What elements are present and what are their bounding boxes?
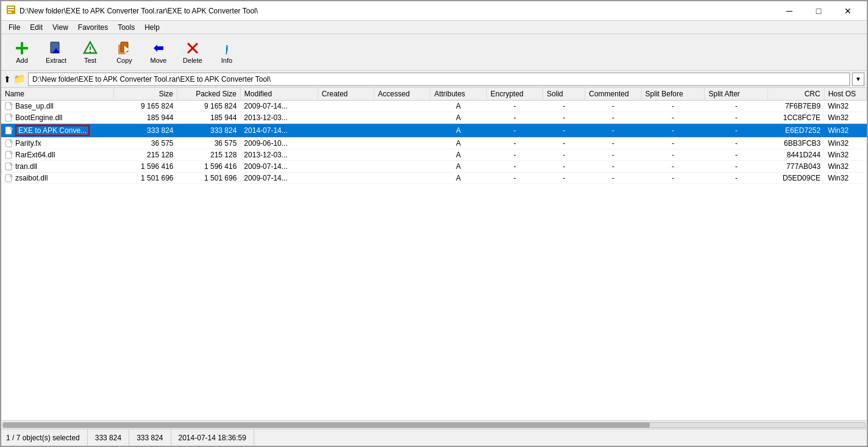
table-cell: [318, 124, 374, 138]
maximize-button[interactable]: □: [805, 1, 833, 21]
copy-label: Copy: [116, 57, 132, 64]
table-cell: 2009-07-14...: [240, 101, 318, 112]
col-modified[interactable]: Modified: [240, 88, 318, 101]
info-toolbar-button[interactable]: iInfo: [211, 37, 243, 68]
col-solid[interactable]: Solid: [543, 88, 585, 101]
filename: Base_up.dll: [15, 102, 54, 110]
table-cell: Win32: [824, 149, 866, 161]
scrollbar-track[interactable]: [2, 422, 866, 428]
table-cell: 185 944: [114, 112, 177, 124]
test-toolbar-button[interactable]: Test: [74, 37, 106, 68]
filename: tran.dll: [15, 162, 37, 171]
table-cell: -: [543, 124, 585, 138]
menu-tools[interactable]: Tools: [113, 22, 140, 33]
delete-icon: [185, 41, 200, 55]
table-cell: 36 575: [114, 138, 177, 149]
col-name[interactable]: Name: [1, 88, 114, 101]
menu-edit[interactable]: Edit: [25, 22, 48, 33]
col-size[interactable]: Size: [114, 88, 177, 101]
table-cell: -: [705, 124, 768, 138]
extract-toolbar-button[interactable]: Extract: [40, 37, 72, 68]
add-label: Add: [16, 57, 28, 64]
menu-file[interactable]: File: [4, 22, 25, 33]
menu-view[interactable]: View: [48, 22, 73, 33]
table-cell: 9 165 824: [114, 101, 177, 112]
up-icon[interactable]: ⬆: [4, 74, 11, 84]
selected-filename: EXE to APK Conve...: [15, 125, 90, 136]
table-cell: 2009-07-14...: [240, 173, 318, 184]
col-crc[interactable]: CRC: [768, 88, 824, 101]
table-cell: -: [641, 173, 705, 184]
table-cell: -: [585, 149, 641, 161]
table-cell: -: [705, 161, 768, 173]
table-cell: 215 128: [177, 149, 241, 161]
table-cell: [374, 138, 430, 149]
table-cell: D5ED09CE: [768, 173, 824, 184]
table-cell: -: [486, 161, 542, 173]
filename: BootEngine.dll: [15, 113, 62, 122]
filename: zsaibot.dll: [15, 174, 48, 182]
table-cell: [318, 112, 374, 124]
file-icon: [5, 139, 13, 148]
add-toolbar-button[interactable]: Add: [6, 37, 38, 68]
file-icon: [5, 113, 13, 122]
table-cell: -: [543, 101, 585, 112]
col-encrypted[interactable]: Encrypted: [486, 88, 542, 101]
col-hostos[interactable]: Host OS: [824, 88, 866, 101]
table-cell: -: [585, 124, 641, 138]
minimize-button[interactable]: ─: [775, 1, 803, 21]
table-cell: Win32: [824, 101, 866, 112]
table-row[interactable]: RarExt64.dll 215 128215 1282013-12-03...…: [1, 149, 867, 161]
col-split-after[interactable]: Split After: [705, 88, 768, 101]
table-cell: -: [486, 149, 542, 161]
close-button[interactable]: ✕: [834, 1, 862, 21]
table-cell: 9 165 824: [177, 101, 241, 112]
table-cell: [318, 138, 374, 149]
move-toolbar-button[interactable]: Move: [143, 37, 174, 68]
table-cell: -: [705, 138, 768, 149]
table-row[interactable]: tran.dll 1 596 4161 596 4162009-07-14...…: [1, 161, 867, 173]
table-cell: -: [641, 101, 705, 112]
table-cell: E6ED7252: [768, 124, 824, 138]
copy-toolbar-button[interactable]: Copy: [108, 37, 140, 68]
table-cell: 2009-06-10...: [240, 138, 318, 149]
table-cell: [318, 149, 374, 161]
table-cell: A: [430, 173, 486, 184]
move-label: Move: [151, 57, 167, 64]
col-accessed[interactable]: Accessed: [374, 88, 430, 101]
table-cell: A: [430, 149, 486, 161]
col-created[interactable]: Created: [318, 88, 374, 101]
table-cell: 6BB3FCB3: [768, 138, 824, 149]
table-row[interactable]: Parity.fx 36 57536 5752009-06-10...A----…: [1, 138, 867, 149]
menu-help[interactable]: Help: [140, 22, 165, 33]
table-cell: -: [543, 112, 585, 124]
table-cell: A: [430, 101, 486, 112]
table-row[interactable]: EXE to APK Conve... 333 824333 8242014-0…: [1, 124, 867, 138]
col-split-before[interactable]: Split Before: [641, 88, 705, 101]
col-attributes[interactable]: Attributes: [430, 88, 486, 101]
test-icon: [83, 41, 98, 55]
status-modified: 2014-07-14 18:36:59: [171, 429, 254, 446]
path-dropdown[interactable]: ▼: [852, 73, 864, 86]
table-cell: 215 128: [114, 149, 177, 161]
table-cell: 333 824: [177, 124, 241, 138]
col-commented[interactable]: Commented: [585, 88, 641, 101]
table-cell: [374, 101, 430, 112]
scrollbar-area[interactable]: [1, 420, 867, 429]
table-cell: -: [705, 101, 768, 112]
path-input[interactable]: [28, 73, 850, 86]
table-row[interactable]: zsaibot.dll 1 501 6961 501 6962009-07-14…: [1, 173, 867, 184]
table-cell: -: [585, 173, 641, 184]
table-cell: -: [486, 101, 542, 112]
filename: RarExt64.dll: [15, 151, 55, 159]
addressbar: ⬆ 📁 ▼: [1, 71, 867, 88]
delete-toolbar-button[interactable]: Delete: [177, 37, 208, 68]
menu-favorites[interactable]: Favorites: [73, 22, 113, 33]
scrollbar-thumb[interactable]: [3, 423, 650, 427]
table-row[interactable]: Base_up.dll 9 165 8249 165 8242009-07-14…: [1, 101, 867, 112]
table-row[interactable]: BootEngine.dll 185 944185 9442013-12-03.…: [1, 112, 867, 124]
col-packed[interactable]: Packed Size: [177, 88, 241, 101]
toolbar: AddExtractTestCopyMoveDeleteiInfo: [1, 34, 867, 71]
svg-rect-9: [90, 46, 91, 50]
status-selection: 1 / 7 object(s) selected: [6, 429, 88, 446]
